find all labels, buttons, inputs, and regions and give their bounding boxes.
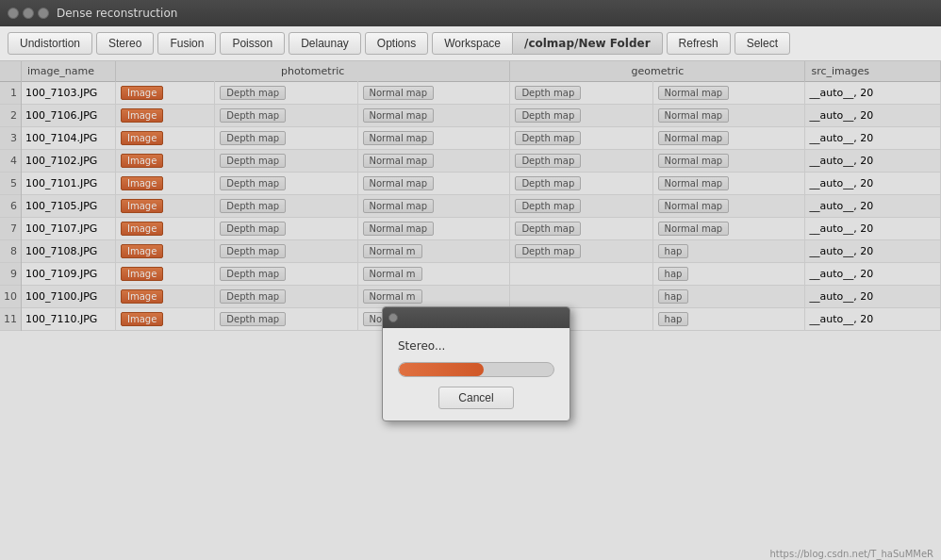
modal-titlebar bbox=[383, 307, 570, 328]
modal-close-button[interactable] bbox=[388, 313, 398, 322]
modal-label: Stereo... bbox=[398, 339, 554, 353]
modal-overlay: Stereo... Cancel bbox=[0, 61, 941, 560]
maximize-button[interactable] bbox=[38, 8, 49, 19]
fusion-button[interactable]: Fusion bbox=[157, 32, 216, 55]
workspace-group: Workspace /colmap/New Folder bbox=[432, 32, 662, 55]
window-controls bbox=[8, 8, 49, 19]
title-bar: Dense reconstruction bbox=[0, 0, 941, 26]
cancel-button[interactable]: Cancel bbox=[438, 387, 513, 409]
workspace-button[interactable]: Workspace bbox=[432, 32, 513, 55]
workspace-path: /colmap/New Folder bbox=[513, 32, 663, 55]
main-content: image_name photometric geometric src_ima… bbox=[0, 61, 941, 560]
window-title: Dense reconstruction bbox=[57, 7, 177, 20]
minimize-button[interactable] bbox=[23, 8, 34, 19]
progress-fill bbox=[399, 363, 484, 376]
modal-button-row: Cancel bbox=[398, 387, 554, 409]
refresh-button[interactable]: Refresh bbox=[667, 32, 731, 55]
delaunay-button[interactable]: Delaunay bbox=[289, 32, 361, 55]
toolbar: Undistortion Stereo Fusion Poisson Delau… bbox=[0, 26, 941, 61]
modal-body: Stereo... Cancel bbox=[383, 328, 570, 420]
undistortion-button[interactable]: Undistortion bbox=[8, 32, 92, 55]
options-button[interactable]: Options bbox=[365, 32, 428, 55]
progress-track bbox=[398, 362, 554, 377]
poisson-button[interactable]: Poisson bbox=[220, 32, 285, 55]
modal-dialog: Stereo... Cancel bbox=[382, 306, 570, 421]
close-button[interactable] bbox=[8, 8, 19, 19]
stereo-button[interactable]: Stereo bbox=[96, 32, 154, 55]
select-button[interactable]: Select bbox=[735, 32, 790, 55]
